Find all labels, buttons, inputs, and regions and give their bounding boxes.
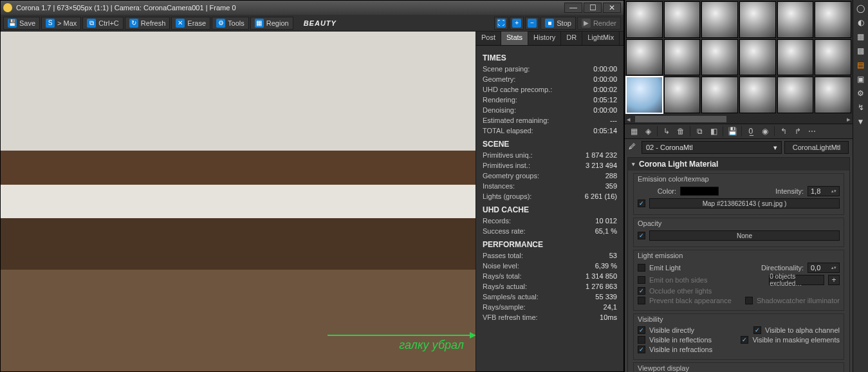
tab-lightmix[interactable]: LightMix xyxy=(582,32,620,45)
sample-slot[interactable] xyxy=(701,39,738,76)
opacity-map-button[interactable]: None xyxy=(649,230,840,241)
sample-scrollbar[interactable]: ◂▸ xyxy=(625,115,853,124)
shadowcatcher-checkbox xyxy=(745,297,753,304)
visible-alpha-checkbox[interactable] xyxy=(753,326,761,334)
sample-slot[interactable] xyxy=(664,77,701,113)
sample-slot[interactable] xyxy=(815,39,851,76)
emission-map-checkbox[interactable] xyxy=(638,200,645,207)
erase-button[interactable]: ✕Erase xyxy=(171,17,210,30)
rollout-header[interactable]: Corona Light Material xyxy=(628,158,849,171)
tools-button[interactable]: ⚙Tools xyxy=(212,17,249,30)
vfb-titlebar[interactable]: Corona 1.7 | 673×505px (1:1) | Camera: C… xyxy=(1,1,623,15)
sample-slot[interactable] xyxy=(815,77,851,113)
save-icon: 💾 xyxy=(8,19,17,28)
backlight-icon[interactable]: ◐ xyxy=(855,17,867,28)
go-forward-icon[interactable]: ↱ xyxy=(793,126,803,136)
to-max-button[interactable]: S> Max xyxy=(41,17,81,30)
intensity-spinner[interactable]: 1,8▴▾ xyxy=(808,186,840,196)
stop-button[interactable]: ■Stop xyxy=(540,17,576,30)
make-preview-icon[interactable]: ▣ xyxy=(855,73,867,85)
zoom-in-button[interactable]: + xyxy=(510,17,524,30)
sample-slot-grid xyxy=(625,0,853,115)
go-parent-icon[interactable]: ↰ xyxy=(779,126,789,136)
close-button[interactable]: ✕ xyxy=(603,3,621,13)
put-to-scene-icon[interactable]: ◈ xyxy=(643,126,653,136)
stats-panel: Post Stats History DR LightMix TIMESScen… xyxy=(476,32,623,371)
sample-slot[interactable] xyxy=(777,39,814,76)
material-type-button[interactable]: CoronaLightMtl xyxy=(784,141,849,154)
opacity-map-checkbox[interactable] xyxy=(638,232,645,239)
visible-reflections-checkbox[interactable] xyxy=(638,336,645,344)
sample-type-icon[interactable]: ◯ xyxy=(855,3,867,14)
stats-row: Rays/sample:24,1 xyxy=(483,302,617,312)
video-color-icon[interactable]: ▤ xyxy=(855,59,867,71)
zoom-out-button[interactable]: − xyxy=(525,17,539,30)
sample-slot[interactable] xyxy=(701,1,738,38)
emission-color-swatch[interactable] xyxy=(680,187,719,196)
stats-row: Scene parsing:0:00:00 xyxy=(483,64,617,74)
sample-slot[interactable] xyxy=(777,1,814,38)
make-unique-icon[interactable]: ◧ xyxy=(708,126,719,136)
mat-map-nav-icon[interactable]: ▼ xyxy=(855,116,867,127)
make-copy-icon[interactable]: ⧉ xyxy=(694,126,705,136)
emit-both-sides-checkbox xyxy=(638,276,645,284)
background-icon[interactable]: ▦ xyxy=(855,31,867,42)
directionality-spinner[interactable]: 0,0▴▾ xyxy=(808,263,840,273)
rollout-corona-light-material: Corona Light Material Emission color/tex… xyxy=(627,157,850,372)
sample-slot[interactable] xyxy=(626,39,663,76)
group-light-emission: Light emission Emit Light Directionality… xyxy=(633,250,844,311)
sample-slot[interactable] xyxy=(664,1,701,38)
stats-row: Primitives inst.:3 213 494 xyxy=(483,160,617,171)
minimize-button[interactable]: — xyxy=(564,3,582,13)
stats-section: UHD CACHE xyxy=(483,205,617,214)
emission-map-button[interactable]: Map #2138626143 ( sun.jpg ) xyxy=(649,198,840,209)
channel-select[interactable]: BEAUTY xyxy=(299,19,342,27)
emit-light-checkbox[interactable] xyxy=(638,264,645,272)
tab-dr[interactable]: DR xyxy=(561,32,582,45)
tab-stats[interactable]: Stats xyxy=(501,32,528,45)
material-vertical-toolbar: ◯ ◐ ▦ ▩ ▤ ▣ ⚙ ↯ ▼ xyxy=(853,0,868,372)
stats-row: Geometry groups:288 xyxy=(483,171,617,181)
options-icon[interactable]: ⚙ xyxy=(855,88,867,99)
show-map-icon[interactable]: 0̲ xyxy=(746,126,756,136)
eyedropper-icon[interactable]: 🖉 xyxy=(629,142,639,153)
copy-button[interactable]: ⧉Ctrl+C xyxy=(82,17,123,30)
sample-slot[interactable] xyxy=(626,1,663,38)
sample-slot[interactable] xyxy=(664,39,701,76)
stats-row: TOTAL elapsed:0:05:14 xyxy=(483,126,617,136)
save-button[interactable]: 💾Save xyxy=(3,17,40,30)
options-icon[interactable]: ⋯ xyxy=(807,126,817,136)
annotation-text: галку убрал xyxy=(399,339,464,352)
stats-row: Noise level:6,39 % xyxy=(483,261,617,271)
visible-masking-checkbox[interactable] xyxy=(741,336,748,344)
assign-icon[interactable]: ↳ xyxy=(661,126,672,136)
excluded-add-button[interactable]: + xyxy=(828,275,840,285)
maximize-button[interactable]: ☐ xyxy=(584,3,602,13)
region-button[interactable]: ▦Region xyxy=(250,17,293,30)
zoom-extents-button[interactable]: ⛶ xyxy=(494,17,508,30)
sample-slot[interactable] xyxy=(739,1,776,38)
tab-history[interactable]: History xyxy=(528,32,561,45)
sample-slot[interactable] xyxy=(739,39,776,76)
sample-slot[interactable] xyxy=(626,77,663,113)
render-viewport[interactable]: галку убрал xyxy=(1,32,476,371)
sample-slot[interactable] xyxy=(701,77,738,113)
sample-slot[interactable] xyxy=(815,1,851,38)
refresh-button[interactable]: ↻Refresh xyxy=(125,17,171,30)
sample-slot[interactable] xyxy=(739,77,776,113)
uv-tiling-icon[interactable]: ▩ xyxy=(855,45,867,57)
save-mat-icon[interactable]: 💾 xyxy=(727,126,737,136)
group-visibility: Visibility Visible directly Visible to a… xyxy=(633,313,844,360)
show-end-icon[interactable]: ◉ xyxy=(760,126,770,136)
vfb-toolbar: 💾Save S> Max ⧉Ctrl+C ↻Refresh ✕Erase ⚙To… xyxy=(1,15,623,32)
material-name-select[interactable]: 02 - CoronaMtl▾ xyxy=(642,141,782,154)
render-button[interactable]: ▶Render xyxy=(577,17,621,30)
delete-icon[interactable]: 🗑 xyxy=(676,126,686,136)
visible-refractions-checkbox[interactable] xyxy=(638,346,645,353)
visible-directly-checkbox[interactable] xyxy=(638,326,645,334)
sample-slot[interactable] xyxy=(777,77,814,113)
get-material-icon[interactable]: ▦ xyxy=(629,126,639,136)
tab-post[interactable]: Post xyxy=(476,32,501,45)
excluded-objects-button[interactable]: 0 objects excluded… xyxy=(769,275,824,285)
select-by-mat-icon[interactable]: ↯ xyxy=(855,102,867,113)
